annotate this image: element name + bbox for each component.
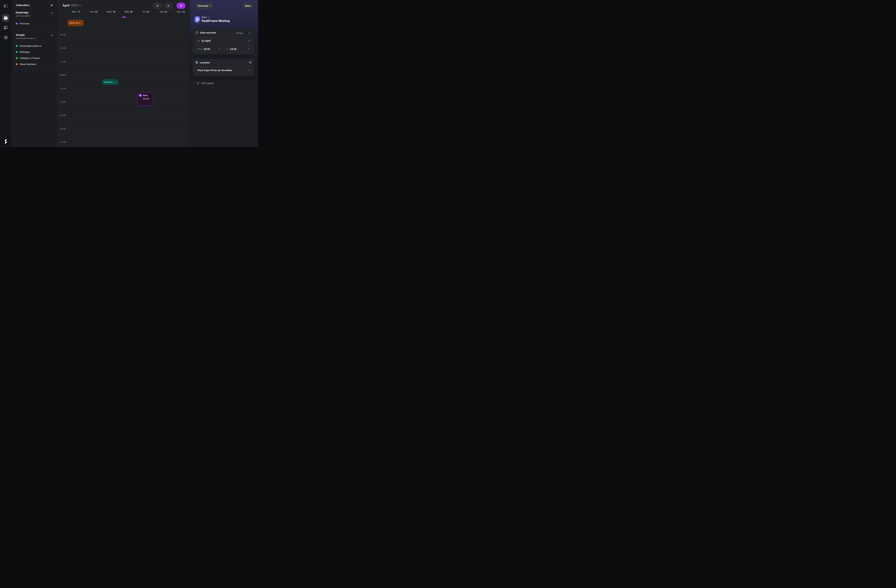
time-label: 15:00 xyxy=(58,114,66,116)
day-number: 21 xyxy=(147,11,149,13)
time-label: 13:00 xyxy=(58,87,66,90)
datetime-card: Date and time All Day on 21 April from 1… xyxy=(193,29,254,55)
allday-toggle[interactable] xyxy=(245,31,251,35)
new-event-button[interactable] xyxy=(177,3,186,9)
day-name: Thu xyxy=(125,11,129,13)
building-icon xyxy=(196,18,199,21)
event-new[interactable]: New 13:15 xyxy=(137,93,153,106)
hour-gridline xyxy=(67,48,189,49)
calendar-week-view: April 2023 Mon17Tue18Wed19Thu20Fri21Sat2… xyxy=(58,0,190,147)
calendar-item-label: Holidays in France xyxy=(20,57,40,59)
hour-gridline xyxy=(67,129,189,129)
allday-event-week16[interactable]: Week 16 o... xyxy=(67,20,84,26)
hour-gridline xyxy=(67,88,189,89)
daybridge-app: Calendars Daybridge@Antoine6643PersonalG… xyxy=(0,0,258,147)
day-name: Sun xyxy=(177,11,181,13)
chevron-down-icon xyxy=(218,49,220,50)
prev-week-button[interactable] xyxy=(153,3,162,9)
year-label: 2023 xyxy=(71,4,78,8)
event-new-time: 13:15 xyxy=(143,97,152,100)
time-label: 17:00 xyxy=(58,141,66,143)
allday-label: All Day xyxy=(236,32,243,34)
sidebar-section-daybridge: Daybridge@Antoine6643Personal xyxy=(11,7,57,29)
remove-location-button[interactable] xyxy=(249,61,251,64)
calendars-sidebar: Calendars Daybridge@Antoine6643PersonalG… xyxy=(11,0,58,147)
calendar-color-dot xyxy=(16,51,18,53)
month-picker[interactable]: April 2023 xyxy=(62,4,81,8)
location-field[interactable]: Paris Expo Porte de Versailles xyxy=(195,67,252,74)
app-logo[interactable] xyxy=(3,138,9,145)
day-name: Fri xyxy=(143,11,146,13)
add-calendar-button[interactable] xyxy=(50,4,53,7)
calendar-select-button[interactable]: Personal xyxy=(195,3,214,9)
day-header-tue-18[interactable]: Tue18 xyxy=(90,11,98,14)
calendar-color-dot xyxy=(16,45,18,47)
event-title[interactable]: SaaSFrame Meeting xyxy=(202,19,230,23)
avatar-badge-chevron-icon xyxy=(199,21,200,22)
day-header-wed-19[interactable]: Wed19 xyxy=(107,11,116,14)
location-pin-icon xyxy=(195,61,198,64)
account-name: Google xyxy=(16,33,36,36)
hour-gridline xyxy=(67,75,189,75)
day-header-fri-21[interactable]: Fri21 xyxy=(143,11,149,14)
from-time-field[interactable]: from 13:15 xyxy=(195,46,222,52)
add-repeat-button[interactable]: Add repeat xyxy=(197,82,214,85)
chevron-down-icon xyxy=(248,70,250,71)
rail-people-button[interactable] xyxy=(3,25,9,30)
date-field-prefix: on xyxy=(198,40,200,42)
save-label: Save xyxy=(245,5,251,7)
calendar-icon xyxy=(4,16,8,20)
location-field-value: Paris Expo Porte de Versailles xyxy=(198,69,232,71)
calendar-color-dot xyxy=(16,63,18,65)
logo-icon xyxy=(4,139,8,144)
time-label: 10:00 xyxy=(58,47,66,49)
account-handle: antoine@unmake.io xyxy=(16,37,36,40)
calendar-item-label: Birthdays xyxy=(20,51,30,53)
time-label: 09:00 xyxy=(58,33,66,36)
close-icon xyxy=(249,61,251,64)
sidebar-section-google: Googleantoine@unmake.ioantoine@unmake.io… xyxy=(11,29,57,70)
day-header-mon-17[interactable]: Mon17 xyxy=(72,11,80,14)
chevron-down-icon xyxy=(209,5,211,6)
add-repeat-label: Add repeat xyxy=(201,82,214,85)
date-field-value: 21 April xyxy=(201,40,210,42)
event-editor-panel: Personal Save Work SaaSFrame Meeting xyxy=(190,0,258,147)
chevron-left-icon xyxy=(157,5,158,7)
day-name: Mon xyxy=(72,11,77,13)
to-time-field[interactable]: to 14:15 xyxy=(224,46,252,52)
day-header-sat-22[interactable]: Sat22 xyxy=(160,11,167,14)
save-button[interactable]: Save xyxy=(242,3,253,9)
rail-divider xyxy=(2,12,10,12)
collapse-section-button[interactable] xyxy=(51,11,53,14)
avatar-badge[interactable] xyxy=(198,21,201,23)
day-number: 22 xyxy=(165,11,167,13)
sidebar-toggle-icon xyxy=(4,5,8,8)
time-label: 14:00 xyxy=(58,101,66,103)
calendar-list-item[interactable]: antoine@unmake.io xyxy=(16,43,53,49)
day-header-thu-20[interactable]: Thu20 xyxy=(125,11,133,14)
icon-rail xyxy=(0,0,11,147)
location-heading: Location xyxy=(200,61,210,64)
calendar-list-item[interactable]: Week Numbers xyxy=(16,61,53,67)
calendar-list-item[interactable]: Holidays in France xyxy=(16,55,53,61)
toggle-knob xyxy=(246,32,248,34)
event-antoine[interactable]: Antoine... xyxy=(102,79,118,85)
category-label: Work xyxy=(202,16,207,18)
calendar-list-item[interactable]: Birthdays xyxy=(16,49,53,55)
sidebar-toggle-button[interactable] xyxy=(3,4,8,8)
category-select[interactable]: Work xyxy=(202,16,210,18)
clock-icon xyxy=(195,31,198,34)
date-field[interactable]: on 21 April xyxy=(195,38,252,44)
calendar-list-item[interactable]: Personal xyxy=(16,20,53,26)
month-label: April xyxy=(62,4,70,8)
chevron-down-icon xyxy=(79,5,81,6)
day-name: Wed xyxy=(107,11,112,13)
calendar-item-label: Personal xyxy=(20,22,29,25)
chevron-down-icon xyxy=(248,49,250,50)
rail-settings-button[interactable] xyxy=(3,35,9,40)
rail-calendar-button[interactable] xyxy=(2,14,10,22)
day-header-sun-23[interactable]: Sun23 xyxy=(177,11,185,14)
next-week-button[interactable] xyxy=(164,3,173,9)
time-label: 11:00 xyxy=(58,61,66,63)
collapse-section-button[interactable] xyxy=(51,33,53,36)
